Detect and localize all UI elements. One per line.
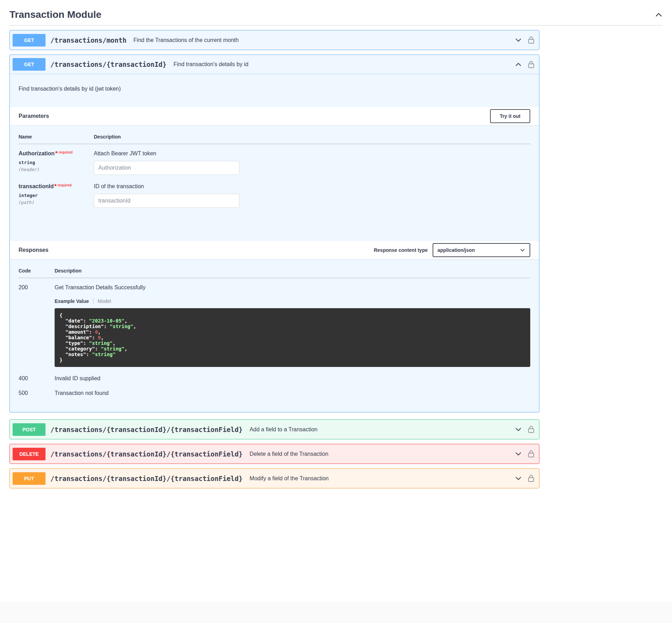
parameters-col-description: Description bbox=[94, 134, 530, 144]
response-description: Transaction not found bbox=[55, 390, 530, 396]
section-collapse-button[interactable] bbox=[655, 11, 663, 19]
opblock-delete-transaction-field: DELETE /transactions/{transactionId}/{tr… bbox=[9, 444, 539, 464]
tab-model[interactable]: Model bbox=[93, 298, 111, 304]
endpoint-summary-row[interactable]: DELETE /transactions/{transactionId}/{tr… bbox=[10, 444, 539, 463]
parameter-location: (path) bbox=[19, 200, 94, 205]
lock-icon bbox=[528, 426, 534, 433]
endpoint-summary-text: Modify a field of the Transaction bbox=[250, 475, 329, 482]
selected-content-type: application/json bbox=[438, 247, 475, 253]
endpoint-summary-text: Add a field to a Transaction bbox=[250, 426, 317, 433]
summary-controls bbox=[515, 36, 534, 44]
responses-table: Code Description 200 Get Transaction Det… bbox=[10, 259, 539, 412]
authorize-lock-button[interactable] bbox=[528, 475, 534, 482]
http-method-badge: GET bbox=[13, 58, 46, 71]
expand-operation-button[interactable] bbox=[515, 37, 522, 44]
example-tabs: Example Value Model bbox=[55, 298, 530, 304]
lock-icon bbox=[528, 61, 534, 68]
response-row-500: 500 Transaction not found bbox=[19, 382, 530, 396]
lock-icon bbox=[528, 450, 534, 458]
parameter-row: transactionId*required integer (path) ID… bbox=[19, 175, 530, 208]
example-json-code: { "date": "2023-10-05", "description": "… bbox=[55, 308, 530, 367]
endpoint-summary-text: Delete a field of the Transaction bbox=[250, 451, 328, 457]
response-row-400: 400 Invalid ID supplied bbox=[19, 367, 530, 382]
try-it-out-button[interactable]: Try it out bbox=[490, 109, 530, 123]
endpoint-path-link[interactable]: /transactions/{transactionId}/{transacti… bbox=[50, 426, 243, 433]
parameters-title: Parameters bbox=[19, 113, 490, 119]
required-label: required bbox=[58, 150, 72, 154]
parameter-row: Authorization*required string (header) A… bbox=[19, 144, 530, 175]
response-description: Invalid ID supplied bbox=[55, 375, 530, 382]
authorize-lock-button[interactable] bbox=[528, 450, 534, 458]
chevron-down-icon bbox=[515, 451, 522, 458]
required-asterisk: * bbox=[55, 150, 57, 156]
endpoint-path-link[interactable]: /transactions/{transactionId}/{transacti… bbox=[50, 450, 243, 458]
tag-section-header[interactable]: Transaction Module bbox=[9, 7, 663, 26]
endpoint-summary-row[interactable]: GET /transactions/month Find the Transac… bbox=[10, 30, 539, 50]
parameters-col-name: Name bbox=[19, 134, 94, 144]
http-method-badge: DELETE bbox=[13, 448, 46, 460]
response-content-type: Response content type application/json bbox=[374, 243, 530, 257]
endpoint-path-link[interactable]: /transactions/{transactionId}/{transacti… bbox=[50, 475, 243, 482]
api-docs-wrapper: Transaction Module GET /transactions/mon… bbox=[0, 0, 672, 488]
chevron-down-icon bbox=[515, 426, 522, 433]
chevron-down-icon bbox=[515, 37, 522, 44]
expand-operation-button[interactable] bbox=[515, 475, 522, 482]
opblock-put-transaction-field: PUT /transactions/{transactionId}/{trans… bbox=[9, 468, 539, 488]
operation-body: Find transaction's details by id (jwt to… bbox=[10, 74, 539, 412]
http-method-badge: PUT bbox=[13, 472, 46, 485]
parameter-type: integer bbox=[19, 193, 94, 198]
endpoint-path-link[interactable]: /transactions/month bbox=[50, 36, 126, 44]
authorize-lock-button[interactable] bbox=[528, 61, 534, 68]
opblock-get-transactions-month: GET /transactions/month Find the Transac… bbox=[9, 30, 539, 50]
summary-controls bbox=[515, 61, 534, 68]
endpoint-summary-text: Find transaction's details by id bbox=[174, 61, 248, 68]
page-background-footer bbox=[0, 602, 672, 623]
summary-controls bbox=[515, 475, 534, 482]
required-asterisk: * bbox=[54, 183, 56, 189]
opblock-get-transaction-by-id: GET /transactions/{transactionId} Find t… bbox=[9, 55, 539, 412]
collapse-operation-button[interactable] bbox=[515, 61, 522, 68]
parameter-name: Authorization*required bbox=[19, 150, 94, 157]
endpoint-summary-row[interactable]: PUT /transactions/{transactionId}/{trans… bbox=[10, 469, 539, 488]
response-row-200: 200 Get Transaction Details Successfully… bbox=[19, 278, 530, 367]
parameter-description: Attach Bearer JWT token bbox=[94, 150, 530, 157]
expand-operation-button[interactable] bbox=[515, 426, 522, 433]
lock-icon bbox=[528, 475, 534, 482]
operation-description: Find transaction's details by id (jwt to… bbox=[10, 74, 539, 107]
parameter-name: transactionId*required bbox=[19, 183, 94, 190]
parameter-location: (header) bbox=[19, 167, 94, 172]
response-content-type-label: Response content type bbox=[374, 247, 428, 253]
page-title: Transaction Module bbox=[9, 9, 655, 20]
responses-title: Responses bbox=[19, 247, 374, 253]
expand-operation-button[interactable] bbox=[515, 451, 522, 458]
endpoint-summary-row[interactable]: POST /transactions/{transactionId}/{tran… bbox=[10, 420, 539, 439]
responses-col-description: Description bbox=[55, 268, 530, 278]
responses-col-code: Code bbox=[19, 268, 55, 278]
endpoint-path-link[interactable]: /transactions/{transactionId} bbox=[50, 61, 167, 68]
parameter-type: string bbox=[19, 160, 94, 165]
chevron-down-icon bbox=[515, 475, 522, 482]
response-content-type-select[interactable]: application/json bbox=[433, 243, 530, 257]
opblock-post-transaction-field: POST /transactions/{transactionId}/{tran… bbox=[9, 419, 539, 439]
authorization-input[interactable] bbox=[94, 161, 239, 175]
response-description: Get Transaction Details Successfully bbox=[55, 284, 530, 291]
responses-section-header: Responses Response content type applicat… bbox=[10, 241, 539, 259]
parameters-section-header: Parameters Try it out bbox=[10, 107, 539, 125]
response-code: 400 bbox=[19, 367, 55, 382]
response-code: 500 bbox=[19, 382, 55, 396]
summary-controls bbox=[515, 450, 534, 458]
response-code: 200 bbox=[19, 278, 55, 367]
parameters-table: Name Description Authorization*required … bbox=[10, 125, 539, 241]
chevron-up-icon bbox=[515, 61, 522, 68]
parameter-description: ID of the transaction bbox=[94, 183, 530, 190]
chevron-up-icon bbox=[655, 11, 663, 19]
authorize-lock-button[interactable] bbox=[528, 36, 534, 44]
chevron-down-icon bbox=[520, 247, 525, 253]
tab-example-value[interactable]: Example Value bbox=[55, 298, 93, 304]
authorize-lock-button[interactable] bbox=[528, 426, 534, 433]
endpoint-summary-text: Find the Transactions of the current mon… bbox=[133, 37, 239, 43]
endpoint-summary-row[interactable]: GET /transactions/{transactionId} Find t… bbox=[10, 55, 539, 74]
lock-icon bbox=[528, 36, 534, 44]
transaction-id-input[interactable] bbox=[94, 194, 239, 208]
http-method-badge: POST bbox=[13, 423, 46, 436]
